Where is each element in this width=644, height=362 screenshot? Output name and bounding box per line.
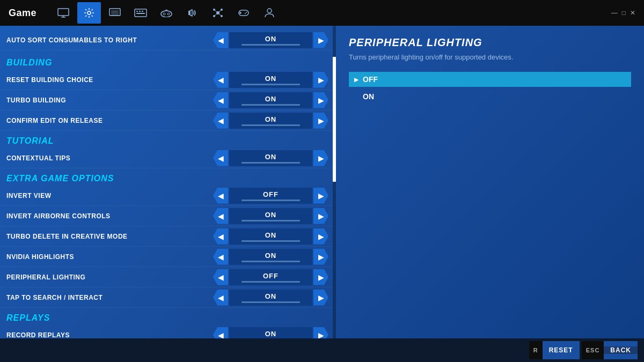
- invert-view-bar: [241, 200, 300, 201]
- reset-building-right-btn[interactable]: ▶: [313, 72, 328, 88]
- reset-building-control: ◀ ON ▶: [213, 72, 328, 88]
- peripheral-lighting-control: ◀ OFF ▶: [213, 269, 328, 285]
- nav-gear[interactable]: [77, 2, 101, 24]
- auto-sort-left-btn[interactable]: ◀: [213, 32, 228, 48]
- turbo-building-left-btn[interactable]: ◀: [213, 92, 228, 108]
- peripheral-lighting-label: PERIPHERAL LIGHTING: [6, 274, 213, 281]
- svg-rect-3: [111, 10, 119, 14]
- detail-option-off-label: OFF: [363, 75, 378, 84]
- invert-airborne-value: ON: [265, 211, 277, 219]
- main-content: AUTO SORT CONSUMABLES TO RIGHT ◀ ON ▶ BU…: [0, 26, 644, 338]
- reset-button[interactable]: R RESET: [529, 341, 580, 359]
- reset-building-left-btn[interactable]: ◀: [213, 72, 228, 88]
- contextual-tips-label: CONTEXTUAL TIPS: [6, 154, 213, 162]
- nav-user[interactable]: [258, 2, 281, 24]
- tap-search-value-box: ON: [229, 290, 312, 306]
- invert-view-value-box: OFF: [229, 188, 312, 204]
- reset-key-badge: R: [529, 341, 543, 359]
- detail-option-on-label: ON: [363, 92, 374, 101]
- turbo-delete-value: ON: [265, 231, 277, 239]
- turbo-building-right-btn[interactable]: ▶: [313, 92, 328, 108]
- section-building-header: BUILDING: [0, 53, 333, 70]
- setting-tap-search: TAP TO SEARCH / INTERACT ◀ ON ▶: [0, 287, 333, 308]
- back-key-badge: ESC: [582, 341, 604, 359]
- record-replays-right-btn[interactable]: ▶: [313, 327, 328, 339]
- invert-airborne-bar: [241, 220, 300, 221]
- peripheral-lighting-value-box: OFF: [229, 269, 312, 285]
- turbo-delete-left-btn[interactable]: ◀: [213, 228, 228, 245]
- nav-keyboard[interactable]: [129, 2, 152, 24]
- scroll-indicator[interactable]: [333, 26, 336, 338]
- turbo-delete-label: TURBO DELETE IN CREATIVE MODE: [6, 233, 213, 240]
- scroll-thumb: [333, 57, 336, 182]
- nav-network[interactable]: [206, 2, 230, 24]
- reset-btn-label: RESET: [543, 346, 580, 354]
- turbo-delete-bar: [241, 240, 300, 242]
- auto-sort-bar: [241, 44, 300, 46]
- invert-view-left-btn[interactable]: ◀: [213, 188, 228, 204]
- contextual-tips-right-btn[interactable]: ▶: [313, 150, 328, 166]
- detail-option-off[interactable]: ▶ OFF: [349, 72, 631, 87]
- nvidia-highlights-left-btn[interactable]: ◀: [213, 249, 228, 265]
- detail-option-on[interactable]: ▶ ON: [349, 89, 631, 104]
- invert-airborne-value-box: ON: [229, 208, 312, 224]
- bottom-bar: R RESET ESC BACK: [0, 338, 644, 362]
- close-btn[interactable]: ✕: [630, 9, 635, 17]
- setting-confirm-edit: CONFIRM EDIT ON RELEASE ◀ ON ▶: [0, 110, 333, 131]
- svg-rect-0: [58, 9, 69, 16]
- tap-search-right-btn[interactable]: ▶: [313, 290, 328, 306]
- record-replays-left-btn[interactable]: ◀: [213, 327, 228, 339]
- contextual-tips-value: ON: [265, 153, 277, 161]
- svg-point-9: [161, 11, 172, 17]
- svg-point-10: [163, 13, 165, 15]
- invert-airborne-control: ◀ ON ▶: [213, 208, 328, 224]
- selected-arrow-icon: ▶: [354, 77, 358, 83]
- peripheral-lighting-right-btn[interactable]: ▶: [313, 269, 328, 285]
- turbo-delete-right-btn[interactable]: ▶: [313, 228, 328, 245]
- invert-airborne-right-btn[interactable]: ▶: [313, 208, 328, 224]
- auto-sort-right-btn[interactable]: ▶: [313, 32, 328, 48]
- tap-search-left-btn[interactable]: ◀: [213, 290, 228, 306]
- setting-record-replays: RECORD REPLAYS ◀ ON ▶: [0, 325, 333, 338]
- invert-view-right-btn[interactable]: ▶: [313, 188, 328, 204]
- auto-sort-value-box: ON: [229, 32, 312, 48]
- window-controls: — □ ✕: [611, 9, 635, 17]
- contextual-tips-bar: [241, 162, 300, 164]
- setting-peripheral-lighting: PERIPHERAL LIGHTING ◀ OFF ▶: [0, 267, 333, 287]
- tap-search-label: TAP TO SEARCH / INTERACT: [6, 294, 213, 301]
- left-panel: AUTO SORT CONSUMABLES TO RIGHT ◀ ON ▶ BU…: [0, 26, 333, 338]
- auto-sort-label: AUTO SORT CONSUMABLES TO RIGHT: [6, 36, 213, 44]
- nvidia-highlights-right-btn[interactable]: ▶: [313, 249, 328, 265]
- confirm-edit-right-btn[interactable]: ▶: [313, 113, 328, 129]
- auto-sort-value: ON: [265, 35, 277, 43]
- svg-rect-7: [142, 11, 143, 12]
- detail-description: Turns peripheral lighting on/off for sup…: [349, 53, 631, 61]
- setting-contextual-tips: CONTEXTUAL TIPS ◀ ON ▶: [0, 148, 333, 168]
- invert-airborne-left-btn[interactable]: ◀: [213, 208, 228, 224]
- setting-turbo-building: TURBO BUILDING ◀ ON ▶: [0, 90, 333, 110]
- nvidia-highlights-value: ON: [265, 252, 277, 260]
- minimize-btn[interactable]: —: [611, 9, 618, 17]
- tap-search-value: ON: [265, 292, 277, 300]
- svg-rect-8: [136, 13, 145, 14]
- nav-audio[interactable]: [180, 2, 204, 24]
- contextual-tips-control: ◀ ON ▶: [213, 150, 328, 166]
- reset-building-value-box: ON: [229, 72, 312, 88]
- section-replays-header: REPLAYS: [0, 308, 333, 325]
- maximize-btn[interactable]: □: [622, 9, 626, 17]
- contextual-tips-left-btn[interactable]: ◀: [213, 150, 228, 166]
- svg-point-11: [167, 13, 170, 15]
- confirm-edit-left-btn[interactable]: ◀: [213, 113, 228, 129]
- nav-monitor[interactable]: [52, 2, 75, 24]
- nav-gamepad[interactable]: [232, 2, 255, 24]
- svg-rect-6: [139, 11, 141, 12]
- svg-point-21: [245, 13, 246, 14]
- section-extra-header: EXTRA GAME OPTIONS: [0, 168, 333, 186]
- nav-controller2[interactable]: [155, 2, 178, 24]
- back-button[interactable]: ESC BACK: [582, 341, 638, 359]
- confirm-edit-bar: [241, 124, 300, 126]
- nav-display[interactable]: [103, 2, 127, 24]
- nvidia-highlights-control: ◀ ON ▶: [213, 249, 328, 265]
- peripheral-lighting-left-btn[interactable]: ◀: [213, 269, 228, 285]
- nav-icons: [52, 2, 607, 24]
